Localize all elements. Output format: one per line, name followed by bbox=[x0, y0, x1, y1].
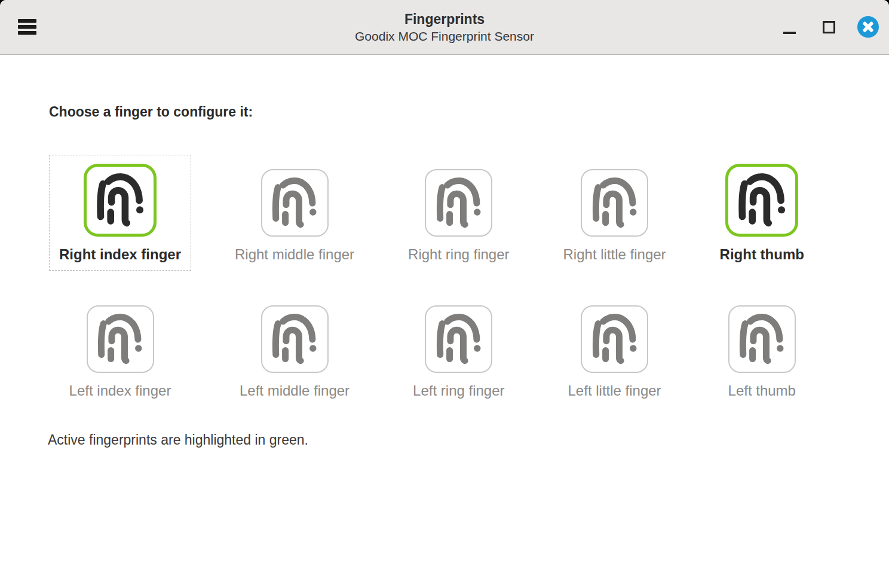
menu-bar bbox=[18, 19, 36, 23]
fingerprint-icon bbox=[87, 305, 154, 373]
finger-label: Left ring finger bbox=[413, 382, 504, 399]
fingerprint-icon bbox=[425, 305, 492, 373]
active-fingerprints-note: Active fingerprints are highlighted in g… bbox=[48, 432, 889, 448]
minimize-button[interactable] bbox=[778, 9, 800, 45]
header-bar: Fingerprints Goodix MOC Fingerprint Sens… bbox=[0, 0, 889, 55]
finger-label: Left little finger bbox=[568, 382, 661, 399]
finger-label: Right index finger bbox=[59, 246, 181, 263]
fingerprint-icon bbox=[261, 169, 329, 237]
finger-button-left-ring[interactable]: Left ring finger bbox=[398, 291, 519, 407]
window-title: Fingerprints bbox=[355, 10, 534, 28]
window-subtitle: Goodix MOC Fingerprint Sensor bbox=[355, 28, 534, 44]
finger-button-left-index[interactable]: Left index finger bbox=[49, 291, 191, 407]
maximize-icon bbox=[823, 21, 835, 33]
menu-icon[interactable] bbox=[18, 16, 41, 38]
finger-button-right-little[interactable]: Right little finger bbox=[553, 155, 676, 271]
fingerprint-icon bbox=[261, 305, 329, 373]
fingerprints-window: Fingerprints Goodix MOC Fingerprint Sens… bbox=[0, 0, 889, 588]
finger-button-left-thumb[interactable]: Left thumb bbox=[710, 291, 814, 407]
title-block: Fingerprints Goodix MOC Fingerprint Sens… bbox=[355, 10, 534, 44]
fingerprint-icon bbox=[581, 305, 648, 373]
fingerprint-icon bbox=[84, 164, 157, 237]
page-title: Choose a finger to configure it: bbox=[49, 104, 889, 120]
fingerprint-icon bbox=[425, 169, 492, 237]
finger-label: Right ring finger bbox=[408, 246, 509, 263]
finger-button-left-little[interactable]: Left little finger bbox=[553, 291, 676, 407]
finger-label: Right middle finger bbox=[235, 246, 354, 263]
main-content: Choose a finger to configure it: Right i… bbox=[0, 55, 889, 588]
close-icon bbox=[859, 17, 878, 36]
menu-bar bbox=[18, 31, 36, 35]
minimize-icon bbox=[783, 32, 796, 34]
fingerprint-icon bbox=[728, 305, 796, 373]
finger-label: Left index finger bbox=[69, 382, 171, 399]
finger-label: Right thumb bbox=[720, 246, 804, 263]
finger-button-right-ring[interactable]: Right ring finger bbox=[398, 155, 519, 271]
finger-button-right-thumb[interactable]: Right thumb bbox=[710, 155, 814, 271]
finger-button-left-middle[interactable]: Left middle finger bbox=[225, 291, 364, 407]
menu-bar bbox=[18, 25, 36, 29]
finger-label: Right little finger bbox=[563, 246, 666, 263]
window-controls bbox=[778, 0, 879, 54]
finger-button-right-middle[interactable]: Right middle finger bbox=[225, 155, 364, 271]
fingerprint-icon bbox=[725, 164, 798, 237]
finger-button-right-index[interactable]: Right index finger bbox=[49, 155, 191, 271]
finger-label: Left middle finger bbox=[240, 382, 350, 399]
fingerprint-icon bbox=[581, 169, 648, 237]
finger-grid: Right index finger Right middle finger R… bbox=[49, 155, 889, 407]
finger-label: Left thumb bbox=[728, 382, 796, 399]
maximize-button[interactable] bbox=[818, 9, 839, 45]
close-button[interactable] bbox=[857, 16, 879, 38]
